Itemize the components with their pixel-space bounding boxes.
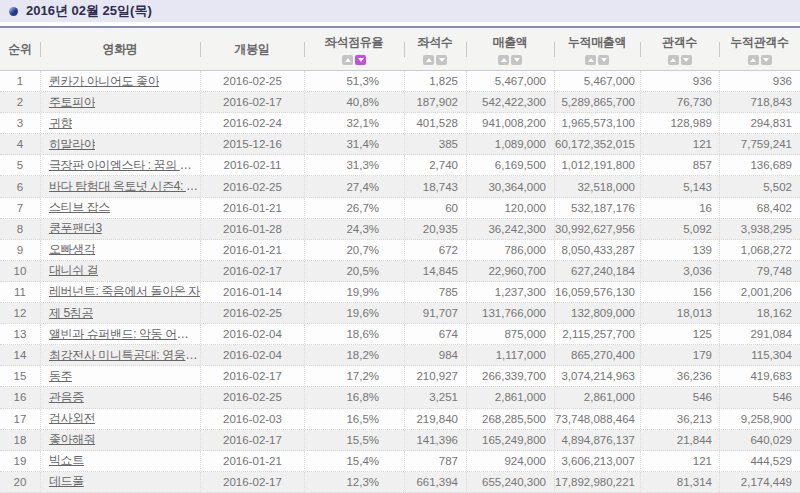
movie-title-link[interactable]: 검사외전 [49,410,95,427]
table-row: 10 대니쉬 걸 2016-02-17 20,5% 14,845 22,960,… [0,261,800,282]
page-title: 2016년 02월 25일(목) [26,2,152,20]
cum-audience-cell: 9,258,900 [719,409,800,429]
audience-cell: 546 [640,387,719,407]
cum-audience-cell: 419,683 [719,366,800,386]
date-title-bar: 2016년 02월 25일(목) [0,0,800,22]
sales-cell: 268,285,500 [466,409,554,429]
movie-title-link[interactable]: 제 5침공 [49,305,93,322]
table-row: 6 바다 탐험대 옥토넛 시즌4: 빙하탐… 2016-02-25 27,4% … [0,176,800,197]
seat-share-cell: 51,3% [304,71,404,91]
movie-title-link[interactable]: 최강전사 미니특공대: 영웅의 탄생 [49,347,200,364]
movie-title-link[interactable]: 데드풀 [49,473,84,490]
release-date-cell: 2016-01-21 [200,198,304,218]
rank-cell: 2 [0,92,40,112]
audience-cell: 128,989 [640,113,719,133]
cum-sales-cell: 532,187,176 [554,198,640,218]
table-row: 7 스티브 잡스 2016-01-21 26,7% 60 120,000 532… [0,198,800,219]
box-office-table-header: 순위 영화명 개봉일 좌석점유율 좌석수 매출액 누적매출액 [0,28,800,71]
movie-title-link[interactable]: 빅쇼트 [49,452,84,469]
sales-cell: 1,237,300 [466,282,554,302]
movie-title-cell: 관음증 [40,387,200,407]
movie-title-cell: 제 5침공 [40,303,200,323]
sort-buttons [498,55,522,65]
movie-title-link[interactable]: 퀸카가 아니어도 좋아 [49,73,159,90]
column-header: 매출액 [466,28,554,70]
sales-cell: 36,242,300 [466,219,554,239]
sort-desc-icon[interactable] [761,55,772,65]
sales-cell: 786,000 [466,240,554,260]
cum-sales-cell: 627,240,184 [554,261,640,281]
movie-title-link[interactable]: 좋아해줘 [49,431,95,448]
seat-count-cell: 3,251 [404,387,466,407]
seat-share-cell: 26,7% [304,198,404,218]
seat-count-cell: 91,707 [404,303,466,323]
audience-cell: 179 [640,345,719,365]
sales-cell: 1,089,000 [466,134,554,154]
release-date-cell: 2016-02-25 [200,176,304,196]
seat-share-cell: 27,4% [304,176,404,196]
movie-title-cell: 레버넌트: 죽음에서 돌아온 자 [40,282,200,302]
sort-asc-icon[interactable] [498,55,509,65]
movie-title-link[interactable]: 레버넌트: 죽음에서 돌아온 자 [49,283,200,300]
movie-title-link[interactable]: 오빠생각 [49,241,95,258]
movie-title-link[interactable]: 귀향 [49,115,72,132]
movie-title-cell: 최강전사 미니특공대: 영웅의 탄생 [40,345,200,365]
movie-title-link[interactable]: 주토피아 [49,94,95,111]
movie-title-cell: 쿵푸팬더3 [40,219,200,239]
seat-count-cell: 141,396 [404,430,466,450]
sort-desc-icon[interactable] [511,55,522,65]
movie-title-link[interactable]: 히말라야 [49,136,95,153]
audience-cell: 857 [640,155,719,175]
sort-asc-icon[interactable] [342,55,353,65]
sort-desc-icon[interactable] [598,55,609,65]
seat-count-cell: 18,743 [404,176,466,196]
rank-cell: 7 [0,198,40,218]
sort-desc-icon[interactable] [681,55,692,65]
seat-share-cell: 19,9% [304,282,404,302]
release-date-cell: 2015-12-16 [200,134,304,154]
column-header-label: 영화명 [102,41,137,58]
cum-audience-cell: 718,843 [719,92,800,112]
movie-title-cell: 좋아해줘 [40,430,200,450]
cum-sales-cell: 1,965,573,100 [554,113,640,133]
sort-asc-icon[interactable] [748,55,759,65]
cum-sales-cell: 4,894,876,137 [554,430,640,450]
table-row: 19 빅쇼트 2016-01-21 15,4% 787 924,000 3,60… [0,451,800,472]
audience-cell: 21,844 [640,430,719,450]
movie-title-cell: 동주 [40,366,200,386]
movie-title-link[interactable]: 앨빈과 슈퍼밴드: 악동 어드벤처 [49,326,200,343]
column-header: 순위 [0,28,40,70]
audience-cell: 36,236 [640,366,719,386]
sort-desc-icon[interactable] [355,55,366,65]
column-header: 좌석점유율 [304,28,404,70]
box-office-rows: 1 퀸카가 아니어도 좋아 2016-02-25 51,3% 1,825 5,4… [0,71,800,493]
column-header-label: 순위 [8,41,31,58]
sort-asc-icon[interactable] [585,55,596,65]
movie-title-link[interactable]: 동주 [49,368,72,385]
cum-audience-cell: 291,084 [719,324,800,344]
movie-title-cell: 검사외전 [40,409,200,429]
seat-share-cell: 12,3% [304,472,404,492]
audience-cell: 3,036 [640,261,719,281]
movie-title-link[interactable]: 쿵푸팬더3 [49,220,102,237]
seat-count-cell: 210,927 [404,366,466,386]
movie-title-link[interactable]: 극장판 아이엠스타 : 꿈의 오디션! [49,157,200,174]
table-row: 13 앨빈과 슈퍼밴드: 악동 어드벤처 2016-02-04 18,6% 67… [0,324,800,345]
sales-cell: 22,960,700 [466,261,554,281]
audience-cell: 125 [640,324,719,344]
movie-title-cell: 스티브 잡스 [40,198,200,218]
movie-title-link[interactable]: 대니쉬 걸 [49,262,98,279]
sort-asc-icon[interactable] [668,55,679,65]
sales-cell: 131,766,000 [466,303,554,323]
movie-title-link[interactable]: 바다 탐험대 옥토넛 시즌4: 빙하탐… [49,178,200,195]
cum-sales-cell: 1,012,191,800 [554,155,640,175]
column-header-label: 누적관객수 [730,34,789,51]
cum-audience-cell: 5,502 [719,176,800,196]
release-date-cell: 2016-02-17 [200,92,304,112]
column-header: 좌석수 [404,28,466,70]
cum-audience-cell: 294,831 [719,113,800,133]
movie-title-link[interactable]: 관음증 [49,389,84,406]
movie-title-link[interactable]: 스티브 잡스 [49,199,110,216]
sort-desc-icon[interactable] [436,55,447,65]
sort-asc-icon[interactable] [423,55,434,65]
